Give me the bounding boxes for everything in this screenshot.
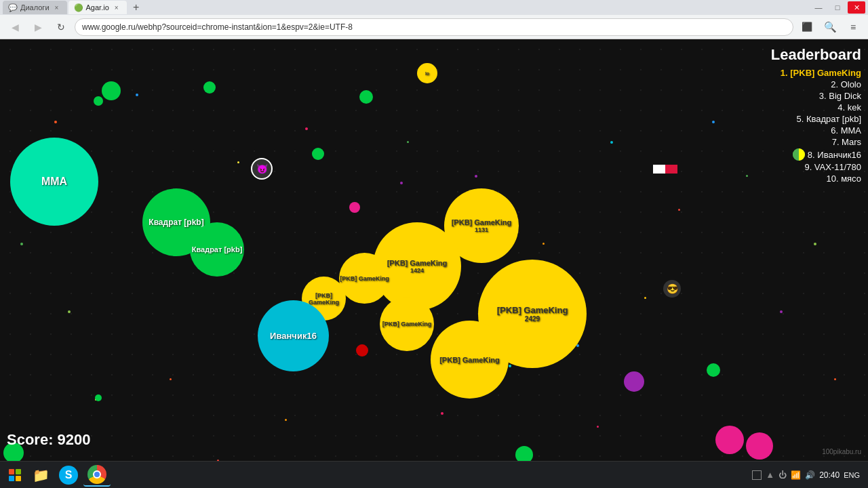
menu-button[interactable]: ≡ <box>844 18 863 37</box>
tab-dialogi-label: Диалоги <box>20 3 50 12</box>
show-desktop-icon[interactable] <box>752 470 762 480</box>
taskbar-explorer[interactable]: 📁 <box>28 464 54 487</box>
time-display: 20:40 <box>819 470 840 480</box>
explorer-icon: 📁 <box>33 467 50 483</box>
tab-agario-label: Agar.io <box>86 3 109 12</box>
food-dot <box>237 161 239 163</box>
forward-button[interactable]: ▶ <box>28 18 47 37</box>
food-dot <box>597 426 599 428</box>
cell-pink2 <box>715 426 744 454</box>
url-input[interactable]: www.google.ru/webhp?sourceid=chrome-inst… <box>75 18 793 36</box>
close-button[interactable]: ✕ <box>848 1 865 14</box>
cell-ivanch-label: Иванчик16 <box>270 331 317 341</box>
cell-gameking5-label: [PKB] GameKing <box>382 321 432 327</box>
lb-rank-1: 1. <box>781 68 790 78</box>
food-dot <box>814 243 816 245</box>
score-display: Score: 9200 <box>7 431 91 449</box>
cell-flag-pl <box>653 160 677 178</box>
cell-gameking2-label: [PKB] GameKing <box>387 259 448 267</box>
taskbar-clock: 20:40 <box>819 470 840 480</box>
windows-logo <box>9 469 21 481</box>
food-dot <box>20 243 23 245</box>
taskbar: 📁 S ▲ ⏻ 📶 🔊 20:40 ENG <box>0 461 868 488</box>
tab-agario[interactable]: 🟢 Agar.io × <box>68 1 127 14</box>
leaderboard-items: 1. [PKB] GameKing 2. Ololo 3. Big Dick 4… <box>771 68 861 184</box>
score-text: Score: 9200 <box>7 431 91 448</box>
cell-smiley2: 😎 <box>663 280 681 298</box>
maximize-button[interactable]: □ <box>829 1 846 14</box>
cell-gameking2-score: 1424 <box>387 267 448 274</box>
cell-small10 <box>94 96 103 106</box>
lb-item-6: 6. MMA <box>771 125 861 136</box>
browser-frame: 💬 Диалоги × 🟢 Agar.io × + — □ ✕ ◀ ▶ ↻ ww… <box>0 0 868 488</box>
food-dot <box>475 175 477 178</box>
cell-small1 <box>102 81 121 100</box>
lb-rank-9: 9. VAX-11/780 <box>804 162 861 172</box>
skype-icon: S <box>59 466 78 485</box>
cell-gameking1-label: [PKB] GameKing <box>452 218 512 226</box>
tab-agario-close[interactable]: × <box>112 3 121 12</box>
food-dot <box>780 310 783 313</box>
url-text: www.google.ru/webhp?sourceid=chrome-inst… <box>82 22 353 32</box>
taskbar-volume-icon: 🔊 <box>805 470 815 480</box>
lb-rank-6: 6. MMA <box>831 125 861 136</box>
food-dot <box>68 310 71 313</box>
cast-button[interactable]: ⬛ <box>797 18 816 37</box>
lb-rank-4: 4. kek <box>837 102 861 113</box>
cell-mma-label: MMA <box>41 176 67 188</box>
cell-gameking-big-score: 2429 <box>497 315 568 323</box>
lb-name-1: [PKB] GameKing <box>790 68 861 78</box>
lb-item-7: 7. Mars <box>771 137 861 147</box>
leaderboard: Leaderboard 1. [PKB] GameKing 2. Ololo 3… <box>771 46 861 185</box>
cell-small5-label: lo <box>425 71 429 76</box>
cell-small7 <box>515 446 533 461</box>
game-canvas: MMA Квадрат [pkb] Квадрат [pkb] 😈 [PKB] … <box>0 39 868 461</box>
taskbar-lang: ENG <box>844 471 860 479</box>
chrome-icon <box>87 465 106 484</box>
cell-purple <box>624 371 644 392</box>
food-dot <box>305 127 308 130</box>
lb-item-9: 9. VAX-11/780 <box>771 162 861 172</box>
food-dot <box>170 378 172 380</box>
tab-dialogi[interactable]: 💬 Диалоги × <box>3 1 67 14</box>
start-button[interactable] <box>3 464 27 487</box>
cell-gameking7-label: [PKB] GameKing <box>439 356 500 364</box>
taskbar-notification-icon: ▲ <box>766 470 774 480</box>
cell-gameking1-score: 1131 <box>452 226 512 233</box>
lb-item-5: 5. Квадрат [pkb] <box>771 114 861 124</box>
lb-rank-10: 10. мясо <box>826 174 861 184</box>
taskbar-chrome[interactable] <box>83 464 111 487</box>
cell-small2 <box>203 81 216 94</box>
watermark: 100pikabu.ru <box>822 448 861 455</box>
refresh-button[interactable]: ↻ <box>52 18 71 37</box>
food-dot <box>217 460 219 461</box>
food-dot <box>610 141 613 144</box>
minimize-button[interactable]: — <box>810 1 827 14</box>
taskbar-right: ▲ ⏻ 📶 🔊 20:40 ENG <box>747 470 865 480</box>
taskbar-skype[interactable]: S <box>55 464 82 487</box>
lb-item-3: 3. Big Dick <box>771 91 861 101</box>
cell-gameking-big-label: [PKB] GameKing <box>497 305 568 315</box>
cell-small3 <box>312 148 324 160</box>
tab-dialogi-favicon: 💬 <box>8 3 18 12</box>
lb-item-1: 1. [PKB] GameKing <box>771 68 861 78</box>
lb-item-10: 10. мясо <box>771 174 861 184</box>
food-dot <box>54 121 57 123</box>
food-dot <box>746 175 748 177</box>
cell-pink1 <box>349 202 360 213</box>
cell-gameking5: [PKB] GameKing <box>380 297 434 351</box>
search-button[interactable]: 🔍 <box>821 18 840 37</box>
food-dot <box>712 121 715 123</box>
leaderboard-title: Leaderboard <box>771 46 861 64</box>
food-dot <box>407 141 409 143</box>
cell-gameking7: [PKB] GameKing <box>431 321 509 399</box>
taskbar-network-icon: 📶 <box>791 470 801 480</box>
food-dot <box>644 297 646 299</box>
tab-dialogi-close[interactable]: × <box>52 3 62 12</box>
cell-smiley1: 😈 <box>251 158 273 180</box>
back-button[interactable]: ◀ <box>5 18 24 37</box>
new-tab-button[interactable]: + <box>128 1 144 14</box>
cell-mma: MMA <box>10 138 98 226</box>
cell-small5: lo <box>417 63 437 83</box>
cell-kvadrat2-label: Квадрат [pkb] <box>192 245 243 253</box>
